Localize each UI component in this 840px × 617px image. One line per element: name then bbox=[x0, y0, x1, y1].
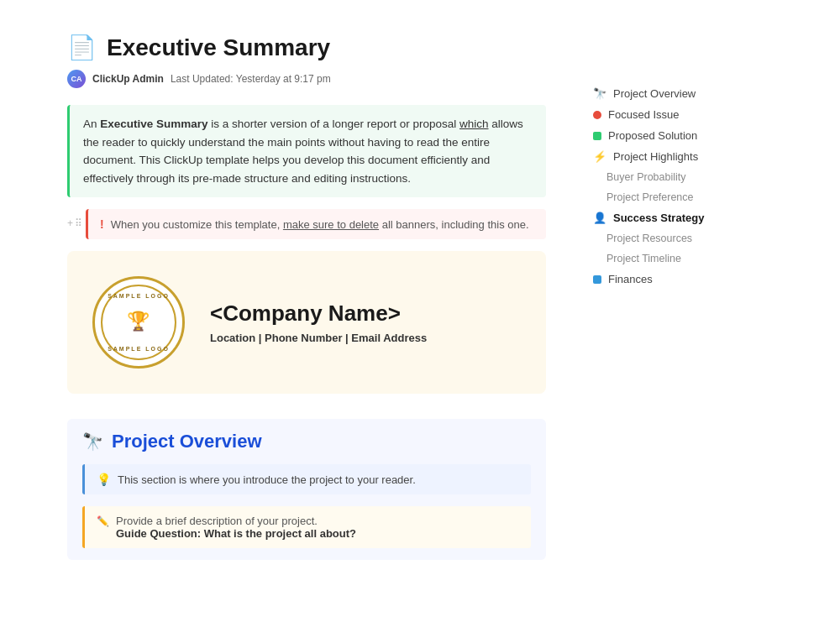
sidebar: 🔭Project OverviewFocused IssueProposed S… bbox=[580, 0, 748, 617]
company-details[interactable]: Location | Phone Number | Email Address bbox=[210, 332, 427, 344]
section-title: Project Overview bbox=[112, 431, 262, 452]
company-info: <Company Name> Location | Phone Number |… bbox=[210, 301, 427, 344]
guide-description: Provide a brief description of your proj… bbox=[116, 515, 318, 527]
lightbulb-icon: 💡 bbox=[97, 473, 111, 486]
sidebar-label-proposed-solution: Proposed Solution bbox=[608, 129, 697, 142]
sidebar-item-project-preference[interactable]: Project Preference bbox=[588, 188, 739, 207]
section-header: 🔭 Project Overview bbox=[82, 431, 531, 452]
sidebar-item-buyer-probability[interactable]: Buyer Probability bbox=[588, 168, 739, 186]
page-container: 📄 Executive Summary CA ClickUp Admin Las… bbox=[0, 0, 840, 617]
logo-section: SAMPLE LOGO 🏆 SAMPLE LOGO <Company Name>… bbox=[67, 251, 546, 394]
sidebar-label-project-highlights: Project Highlights bbox=[613, 150, 698, 163]
author-name: ClickUp Admin bbox=[92, 73, 164, 85]
sidebar-item-project-highlights[interactable]: ⚡Project Highlights bbox=[588, 147, 739, 166]
sidebar-label-buyer-probability: Buyer Probability bbox=[606, 171, 686, 183]
project-overview-icon: 🔭 bbox=[82, 431, 103, 452]
avatar: CA bbox=[67, 70, 86, 88]
sidebar-square-finances bbox=[593, 275, 601, 284]
sidebar-item-project-resources[interactable]: Project Resources bbox=[588, 229, 739, 248]
section-info-box: 💡 This section is where you introduce th… bbox=[82, 464, 531, 494]
document-icon: 📄 bbox=[67, 34, 97, 61]
sidebar-label-success-strategy: Success Strategy bbox=[613, 212, 704, 224]
sidebar-icon-project-highlights: ⚡ bbox=[593, 150, 606, 163]
doc-meta: CA ClickUp Admin Last Updated: Yesterday… bbox=[67, 70, 546, 88]
project-overview-section: 🔭 Project Overview 💡 This section is whe… bbox=[67, 419, 546, 560]
warning-text: When you customize this template, make s… bbox=[111, 218, 529, 231]
sidebar-icon-project-overview: 🔭 bbox=[593, 87, 606, 100]
guide-question: Guide Question: What is the project all … bbox=[116, 527, 356, 540]
logo-inner: SAMPLE LOGO 🏆 SAMPLE LOGO bbox=[101, 285, 176, 360]
pencil-icon: ✏️ bbox=[97, 515, 109, 527]
sidebar-item-proposed-solution[interactable]: Proposed Solution bbox=[588, 126, 739, 145]
sidebar-dot-focused-issue bbox=[593, 111, 601, 119]
drag-dots[interactable]: ⠿ bbox=[75, 217, 82, 229]
logo-circle: SAMPLE LOGO 🏆 SAMPLE LOGO bbox=[92, 276, 185, 369]
sidebar-icon-success-strategy: 👤 bbox=[593, 212, 606, 224]
sidebar-item-success-strategy[interactable]: 👤Success Strategy bbox=[588, 208, 739, 227]
last-updated: Last Updated: Yesterday at 9:17 pm bbox=[171, 73, 331, 85]
logo-text-top: SAMPLE LOGO bbox=[108, 293, 170, 299]
bold-executive-summary: Executive Summary bbox=[100, 118, 207, 130]
sidebar-label-project-overview: Project Overview bbox=[613, 87, 696, 100]
warning-banner: ! When you customize this template, make… bbox=[86, 209, 546, 239]
which-link[interactable]: which bbox=[459, 118, 489, 130]
main-content: 📄 Executive Summary CA ClickUp Admin Las… bbox=[0, 0, 580, 617]
logo-text-bottom: SAMPLE LOGO bbox=[108, 346, 170, 352]
info-banner: An Executive Summary is a shorter versio… bbox=[67, 105, 546, 197]
sidebar-item-project-overview[interactable]: 🔭Project Overview bbox=[588, 84, 739, 103]
sidebar-square-proposed-solution bbox=[593, 132, 601, 140]
sidebar-label-focused-issue: Focused Issue bbox=[608, 108, 680, 121]
sidebar-label-project-resources: Project Resources bbox=[606, 233, 692, 244]
sidebar-label-project-timeline: Project Timeline bbox=[606, 253, 681, 264]
guide-box: ✏️ Provide a brief description of your p… bbox=[82, 506, 531, 548]
section-info-text: This section is where you introduce the … bbox=[118, 473, 416, 486]
plus-icon[interactable]: + bbox=[67, 217, 73, 229]
sidebar-items-container: 🔭Project OverviewFocused IssueProposed S… bbox=[588, 84, 739, 289]
sidebar-label-project-preference: Project Preference bbox=[606, 191, 694, 203]
sidebar-item-project-timeline[interactable]: Project Timeline bbox=[588, 249, 739, 268]
logo-trophy: 🏆 bbox=[127, 311, 150, 332]
warning-icon: ! bbox=[100, 217, 104, 231]
doc-header: 📄 Executive Summary bbox=[67, 34, 546, 61]
guide-text: Provide a brief description of your proj… bbox=[116, 515, 356, 540]
delete-link[interactable]: make sure to delete bbox=[283, 218, 379, 231]
info-banner-text: An Executive Summary is a shorter versio… bbox=[83, 118, 523, 185]
warning-row: + ⠿ ! When you customize this template, … bbox=[67, 209, 546, 239]
sidebar-item-finances[interactable]: Finances bbox=[588, 269, 739, 289]
row-handle[interactable]: + ⠿ bbox=[67, 209, 82, 229]
sidebar-label-finances: Finances bbox=[608, 273, 653, 285]
sidebar-item-focused-issue[interactable]: Focused Issue bbox=[588, 105, 739, 124]
doc-title: Executive Summary bbox=[107, 34, 330, 61]
company-name[interactable]: <Company Name> bbox=[210, 301, 427, 327]
